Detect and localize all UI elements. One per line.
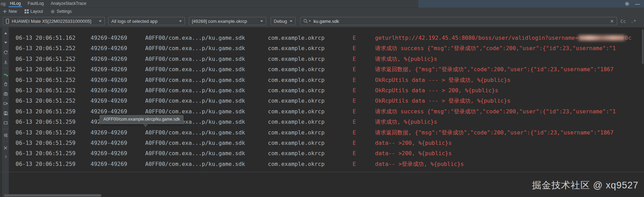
log-package: com.example.okrcp <box>268 64 353 75</box>
log-message: 请求成功, %{public}s <box>375 54 644 64</box>
log-package: com.example.okrcp <box>268 106 353 117</box>
log-package: com.example.okrcp <box>268 148 353 159</box>
log-row[interactable]: 06-13 20:06:51.25249269-49269A0FF00/com.… <box>9 75 644 85</box>
log-row[interactable]: 06-13 20:06:51.25949269-49269A0FF00/com.… <box>9 138 644 148</box>
log-message: geturlhttp://42.192.45.45:8080/boss/user… <box>375 33 644 43</box>
log-row[interactable]: 06-13 20:06:51.25249269-49269A0FF00/com.… <box>9 96 644 106</box>
screen-record-icon[interactable] <box>3 101 8 106</box>
log-pid-tid: 49269-49269 <box>91 54 145 64</box>
log-level: E <box>353 33 375 43</box>
scroll-to-top-icon[interactable] <box>3 30 8 36</box>
log-level-select[interactable]: Debug <box>271 17 296 25</box>
log-message: 请求成功 success {"msg":"登录成功","code":200,"u… <box>375 43 644 54</box>
search-options: Cc .* <box>620 17 636 25</box>
log-message: data-- >登录成功, %{public}s <box>375 159 644 169</box>
log-message: OkRcpUtils data --- > 登录成功, %{public}s <box>375 75 644 85</box>
log-level: E <box>353 148 375 159</box>
log-row[interactable]: 06-13 20:06:51.16249269-49269A0FF00/com.… <box>9 33 644 43</box>
search-icon <box>303 19 308 24</box>
log-level: E <box>353 43 375 54</box>
match-case-toggle[interactable]: Cc <box>620 19 626 24</box>
log-message: 请求成功, %{public}s <box>375 117 644 127</box>
scroll-to-end-icon[interactable] <box>3 40 8 45</box>
clear-search-icon[interactable]: ✕ <box>610 19 614 24</box>
vertical-scrollbar[interactable] <box>642 29 644 64</box>
log-tag: A0FF00/com.exa...p/ku.game.sdk <box>145 43 268 54</box>
log-tag: A0FF00/com.exa...p/ku.game.sdk <box>145 138 268 148</box>
minimize-icon[interactable]: — <box>635 1 640 6</box>
restart-icon[interactable] <box>3 50 8 55</box>
log-package: com.example.okrcp <box>268 138 353 148</box>
screenshot-icon[interactable] <box>3 91 8 96</box>
log-time: 06-13 20:06:51.252 <box>16 54 91 64</box>
log-package: com.example.okrcp <box>268 96 353 106</box>
layout-button[interactable]: Layout <box>25 9 43 14</box>
log-level: E <box>353 159 375 169</box>
log-message: OkRcpUtils data --- > 登录成功, %{public}s <box>375 96 644 106</box>
log-row[interactable]: 06-13 20:06:51.25949269-49269A0FF00/com.… <box>9 148 644 159</box>
new-button[interactable]: New <box>3 9 17 14</box>
save-log-icon[interactable] <box>3 111 8 116</box>
tab-bar: og: HiLog FaultLog AnalyzeStackTrace — <box>0 0 644 8</box>
log-message: 请求返回数据, {"msg":"登录成功","code":200,"user":… <box>375 128 644 138</box>
log-time: 06-13 20:06:51.259 <box>16 159 91 169</box>
log-row[interactable]: 06-13 20:06:51.25949269-49269A0FF00/com.… <box>9 159 644 169</box>
log-scope-select[interactable]: All logs of selected app <box>108 17 185 25</box>
log-scope-value: All logs of selected app <box>111 19 176 24</box>
log-level: E <box>353 138 375 148</box>
log-message: OkRcpUtils data --- > 200, %{public}s <box>375 85 644 96</box>
filter-settings-icon[interactable] <box>3 133 8 138</box>
log-row[interactable]: 06-13 20:06:51.25249269-49269A0FF00/com.… <box>9 43 644 54</box>
settings-button[interactable]: Settings <box>50 9 72 14</box>
grid-icon <box>25 9 29 13</box>
log-level: E <box>353 75 375 85</box>
log-level: E <box>353 85 375 96</box>
log-time: 06-13 20:06:51.252 <box>16 96 91 106</box>
titlebar-gear-icon[interactable] <box>625 1 629 6</box>
log-package: com.example.okrcp <box>268 33 353 43</box>
log-panel-divider <box>0 172 644 172</box>
action-toolbar: New Layout Settings <box>0 8 644 15</box>
process-select[interactable]: [49269] com.example.okrcp <box>189 17 266 25</box>
log-time: 06-13 20:06:51.259 <box>16 117 91 127</box>
log-level: E <box>353 117 375 127</box>
process-select-value: [49269] com.example.okrcp <box>192 19 258 24</box>
log-tag: A0FF00/com.exa...p/ku.game.sdk <box>145 128 268 138</box>
log-level: E <box>353 54 375 64</box>
regex-toggle[interactable]: .* <box>631 19 636 24</box>
titlebar-right: — <box>418 0 644 8</box>
log-row[interactable]: 06-13 20:06:51.25249269-49269A0FF00/com.… <box>9 85 644 96</box>
log-time: 06-13 20:06:51.259 <box>16 106 91 117</box>
close-icon[interactable] <box>3 145 8 150</box>
log-package: com.example.okrcp <box>268 128 353 138</box>
log-time: 06-13 20:06:51.259 <box>16 138 91 148</box>
horizontal-scrollbar[interactable] <box>4 194 101 197</box>
device-select-value: HUAWEI Mate X5[22M0225331000005] <box>12 19 96 24</box>
tab-analyzestacktrace[interactable]: AnalyzeStackTrace <box>47 0 90 7</box>
log-package: com.example.okrcp <box>268 54 353 64</box>
soft-wrap-icon[interactable] <box>3 120 8 125</box>
log-level: E <box>353 128 375 138</box>
log-row[interactable]: 06-13 20:06:51.25949269-49269A0FF00/com.… <box>9 128 644 138</box>
log-tag: A0FF00/com.exa...p/ku.game.sdk <box>145 54 268 64</box>
export-log-icon[interactable] <box>3 59 8 65</box>
chevron-down-icon <box>179 20 182 22</box>
log-time: 06-13 20:06:51.252 <box>16 64 91 75</box>
log-level: E <box>353 106 375 117</box>
tab-hilog[interactable]: HiLog <box>7 0 24 7</box>
tag-tooltip: A0FF00/com.example.okrcp/ku.game.sdk <box>100 115 184 124</box>
log-package: com.example.okrcp <box>268 75 353 85</box>
log-list[interactable]: 06-13 20:06:51.16249269-49269A0FF00/com.… <box>9 27 644 172</box>
device-select[interactable]: HUAWEI Mate X5[22M0225331000005] <box>3 17 105 25</box>
log-row[interactable]: 06-13 20:06:51.25249269-49269A0FF00/com.… <box>9 54 644 64</box>
resume-icon[interactable] <box>3 72 8 77</box>
clear-log-icon[interactable] <box>3 82 8 87</box>
log-tag: A0FF00/com.exa...p/ku.game.sdk <box>145 33 268 43</box>
search-input[interactable]: ku.game.sdk ✕ <box>300 17 617 25</box>
tab-faultlog[interactable]: FaultLog <box>24 0 47 7</box>
help-icon[interactable]: ? <box>3 155 8 160</box>
log-message: 请求成功 success {"msg":"登录成功","code":200,"u… <box>375 106 644 117</box>
log-row[interactable]: 06-13 20:06:51.25249269-49269A0FF00/com.… <box>9 64 644 75</box>
log-level: E <box>353 96 375 106</box>
log-tag: A0FF00/com.exa...p/ku.game.sdk <box>145 75 268 85</box>
